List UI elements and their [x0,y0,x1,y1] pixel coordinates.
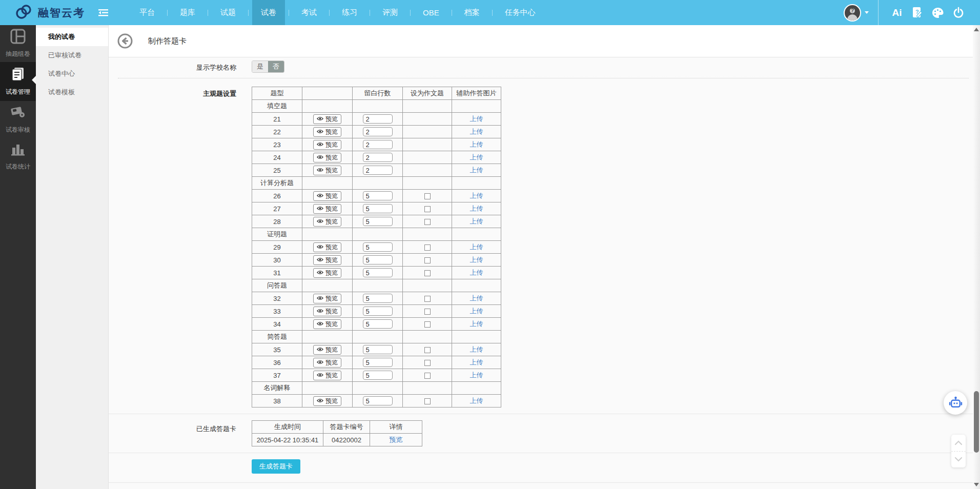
blank-lines-input[interactable] [363,396,393,405]
blank-lines-input[interactable] [363,191,393,200]
ai-icon[interactable]: Ai [887,0,907,25]
preview-button[interactable]: 预览 [313,319,341,329]
blank-lines-input[interactable] [363,140,393,149]
submenu-item-试卷模板[interactable]: 试卷模板 [36,83,108,101]
essay-checkbox[interactable] [424,244,431,251]
sidebar-item-试卷管理[interactable]: 试卷管理 [0,62,36,101]
nav-item-OBE[interactable]: OBE [414,0,448,25]
blank-lines-input[interactable] [363,307,393,316]
scrollbar-down-arrow[interactable] [974,483,979,486]
nav-item-评测[interactable]: 评测 [374,0,406,25]
preview-button[interactable]: 预览 [313,140,341,150]
upload-link[interactable]: 上传 [470,358,483,366]
essay-checkbox[interactable] [424,219,431,225]
preview-button[interactable]: 预览 [313,114,341,124]
power-icon[interactable] [948,0,969,25]
essay-checkbox[interactable] [424,206,431,212]
blank-lines-input[interactable] [363,166,393,175]
avatar[interactable]: ? [844,4,861,22]
submenu-item-试卷中心[interactable]: 试卷中心 [36,65,108,83]
palette-icon[interactable] [928,0,948,25]
preview-button[interactable]: 预览 [313,166,341,175]
blank-lines-input[interactable] [363,114,393,124]
essay-checkbox[interactable] [424,321,431,328]
upload-link[interactable]: 上传 [470,115,483,123]
blank-lines-input[interactable] [363,268,393,277]
blank-lines-input[interactable] [363,358,393,367]
nav-item-平台[interactable]: 平台 [131,0,164,25]
scroll-down-button[interactable] [951,452,966,468]
brand[interactable]: 融智云考 [0,3,85,23]
blank-lines-input[interactable] [363,294,393,303]
collapse-menu-icon[interactable] [98,9,108,17]
user-menu[interactable]: ? [844,4,869,22]
essay-checkbox[interactable] [424,373,431,379]
preview-button[interactable]: 预览 [313,358,341,368]
blank-lines-input[interactable] [363,319,393,329]
blank-lines-input[interactable] [363,345,393,354]
preview-button[interactable]: 预览 [313,191,341,201]
essay-checkbox[interactable] [424,309,431,315]
essay-checkbox[interactable] [424,360,431,366]
blank-lines-input[interactable] [363,127,393,136]
toggle-no-button[interactable]: 否 [268,61,284,72]
upload-link[interactable]: 上传 [470,128,483,135]
nav-item-任务中心[interactable]: 任务中心 [496,0,544,25]
upload-link[interactable]: 上传 [470,192,483,199]
blank-lines-input[interactable] [363,153,393,162]
page-scrollbar[interactable] [973,25,980,489]
preview-button[interactable]: 预览 [313,255,341,265]
upload-link[interactable]: 上传 [470,345,483,353]
preview-button[interactable]: 预览 [313,153,341,162]
upload-link[interactable]: 上传 [470,269,483,276]
preview-button[interactable]: 预览 [313,345,341,355]
blank-lines-input[interactable] [363,204,393,213]
nav-item-试题[interactable]: 试题 [212,0,244,25]
upload-link[interactable]: 上传 [470,153,483,161]
preview-button[interactable]: 预览 [313,127,341,137]
preview-button[interactable]: 预览 [313,294,341,303]
back-button[interactable] [117,33,133,49]
blank-lines-input[interactable] [363,242,393,252]
nav-item-考试[interactable]: 考试 [293,0,325,25]
nav-item-题库[interactable]: 题库 [171,0,204,25]
preview-button[interactable]: 预览 [313,217,341,227]
essay-checkbox[interactable] [424,193,431,199]
essay-checkbox[interactable] [424,270,431,276]
blank-lines-input[interactable] [363,255,393,264]
upload-link[interactable]: 上传 [470,217,483,225]
blank-lines-input[interactable] [363,217,393,226]
generated-preview-link[interactable]: 预览 [390,436,403,443]
preview-button[interactable]: 预览 [313,371,341,380]
essay-checkbox[interactable] [424,398,431,404]
upload-link[interactable]: 上传 [470,205,483,212]
upload-link[interactable]: 上传 [470,166,483,174]
toggle-yes-button[interactable]: 是 [252,61,268,72]
upload-link[interactable]: 上传 [470,307,483,315]
preview-button[interactable]: 预览 [313,396,341,406]
upload-link[interactable]: 上传 [470,320,483,328]
upload-link[interactable]: 上传 [470,256,483,263]
nav-item-试卷[interactable]: 试卷 [252,0,285,25]
preview-button[interactable]: 预览 [313,242,341,252]
preview-button[interactable]: 预览 [313,268,341,278]
sidebar-item-试卷统计[interactable]: 试卷统计 [0,138,36,175]
essay-checkbox[interactable] [424,347,431,353]
submenu-item-我的试卷[interactable]: 我的试卷 [36,28,108,46]
upload-link[interactable]: 上传 [470,243,483,251]
essay-checkbox[interactable] [424,296,431,302]
nav-item-练习[interactable]: 练习 [333,0,366,25]
ai-robot-button[interactable] [944,391,967,415]
blank-lines-input[interactable] [363,371,393,380]
generate-answer-sheet-button[interactable]: 生成答题卡 [252,459,300,474]
scrollbar-thumb[interactable] [974,391,979,453]
help-edit-icon[interactable]: ? [907,0,928,25]
sidebar-item-抽题组卷[interactable]: 抽题组卷 [0,25,36,62]
sidebar-item-试卷审核[interactable]: 试卷审核 [0,101,36,138]
scroll-up-button[interactable] [951,435,966,451]
essay-checkbox[interactable] [424,257,431,263]
preview-button[interactable]: 预览 [313,307,341,316]
preview-button[interactable]: 预览 [313,204,341,214]
upload-link[interactable]: 上传 [470,140,483,148]
submenu-item-已审核试卷[interactable]: 已审核试卷 [36,46,108,65]
